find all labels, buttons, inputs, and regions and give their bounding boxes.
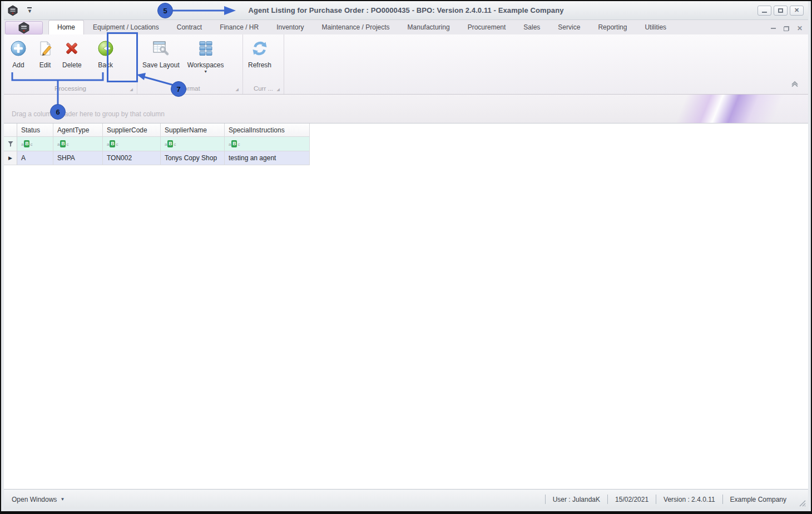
- status-user: User : JulandaK: [546, 496, 607, 503]
- column-header-status[interactable]: Status: [17, 123, 53, 137]
- add-button[interactable]: Add: [5, 37, 32, 70]
- grid-data-row[interactable]: ▶ A SHPA TON002 Tonys Copy Shop testing …: [4, 151, 808, 165]
- ribbon-group-processing: Add Edit: [4, 34, 137, 94]
- minimize-icon: [762, 12, 767, 13]
- dialog-launcher-icon[interactable]: ◢: [236, 87, 239, 91]
- current-buttons: Refresh: [244, 34, 283, 83]
- collapse-ribbon-button[interactable]: [790, 80, 799, 90]
- refresh-icon: [250, 39, 269, 58]
- tab-manufacturing[interactable]: Manufacturing: [399, 20, 459, 34]
- status-version: Version : 2.4.0.11: [656, 496, 722, 503]
- column-header-suppliername[interactable]: SupplierName: [161, 123, 225, 137]
- tab-reporting[interactable]: Reporting: [589, 20, 636, 34]
- column-header-specialinstructions[interactable]: SpecialInstructions: [225, 123, 310, 137]
- cell-suppliercode[interactable]: TON002: [103, 151, 161, 165]
- abc-filter-icon: aBc: [21, 140, 32, 147]
- grid-empty-area: [4, 165, 808, 489]
- window-frame: ▼ Agent Listing for Purchase Order : PO0…: [1, 1, 811, 511]
- ribbon-group-current: Refresh Curr ... ◢: [243, 34, 284, 94]
- workspaces-label: Workspaces: [187, 61, 224, 69]
- filter-cell-status[interactable]: aBc: [17, 137, 53, 151]
- refresh-button[interactable]: Refresh: [244, 37, 275, 70]
- add-label: Add: [12, 61, 24, 69]
- title-bar: ▼ Agent Listing for Purchase Order : PO0…: [4, 1, 808, 20]
- abc-filter-icon: aBc: [229, 140, 240, 147]
- cell-suppliername[interactable]: Tonys Copy Shop: [161, 151, 225, 165]
- column-header-suppliercode[interactable]: SupplierCode: [103, 123, 161, 137]
- back-icon: [96, 39, 115, 58]
- dialog-launcher-icon[interactable]: ◢: [130, 87, 133, 91]
- group-caption-current: Curr ... ◢: [244, 83, 283, 94]
- group-caption-format: Format ◢: [138, 83, 241, 94]
- edit-icon: [36, 39, 55, 58]
- filter-cell-agenttype[interactable]: aBc: [53, 137, 103, 151]
- ribbon-group-format: Save Layout: [137, 34, 243, 94]
- app-window: ▼ Agent Listing for Purchase Order : PO0…: [0, 0, 812, 514]
- tab-service[interactable]: Service: [549, 20, 589, 34]
- tab-procurement[interactable]: Procurement: [459, 20, 515, 34]
- grid-header-row: Status AgentType SupplierCode SupplierNa…: [4, 123, 808, 137]
- ribbon-tab-row: Home Equipment / Locations Contract Fina…: [4, 20, 808, 34]
- status-company: Example Company: [723, 496, 794, 503]
- open-windows-label: Open Windows: [12, 496, 57, 503]
- tab-contract[interactable]: Contract: [168, 20, 211, 34]
- maximize-icon: [778, 8, 783, 13]
- application-menu-button[interactable]: [5, 21, 43, 34]
- status-info: User : JulandaK 15/02/2021 Version : 2.4…: [545, 495, 794, 504]
- agent-grid: Status AgentType SupplierCode SupplierNa…: [4, 123, 808, 489]
- add-icon: [9, 39, 28, 58]
- tab-equipment-locations[interactable]: Equipment / Locations: [84, 20, 168, 34]
- cell-status[interactable]: A: [17, 151, 53, 165]
- format-buttons: Save Layout: [138, 34, 241, 83]
- edit-button[interactable]: Edit: [32, 37, 58, 70]
- delete-button[interactable]: Delete: [58, 37, 86, 70]
- filter-cell-specialinstructions[interactable]: aBc: [225, 137, 310, 151]
- filter-cell-suppliername[interactable]: aBc: [161, 137, 225, 151]
- delete-label: Delete: [62, 61, 82, 69]
- mdi-window-controls: ✕: [771, 26, 803, 34]
- tab-finance-hr[interactable]: Finance / HR: [211, 20, 268, 34]
- header-indicator-cell: [4, 123, 17, 137]
- grid-filter-row: aBc aBc aBc aBc aBc: [4, 137, 808, 151]
- tab-utilities[interactable]: Utilities: [636, 20, 675, 34]
- filter-funnel-icon: [7, 140, 14, 147]
- workspaces-icon: [196, 39, 215, 58]
- back-button[interactable]: Back: [92, 37, 119, 70]
- column-header-agenttype[interactable]: AgentType: [53, 123, 103, 137]
- resize-grip-icon[interactable]: [799, 500, 806, 507]
- workspaces-button[interactable]: Workspaces ▼: [184, 37, 228, 75]
- status-date: 15/02/2021: [608, 496, 656, 503]
- save-layout-label: Save Layout: [142, 61, 180, 69]
- tab-inventory[interactable]: Inventory: [268, 20, 313, 34]
- group-caption-label: Curr ...: [254, 85, 273, 92]
- cell-specialinstructions[interactable]: testing an agent: [225, 151, 310, 165]
- tab-maintenance-projects[interactable]: Maintenance / Projects: [313, 20, 399, 34]
- chevron-up-icon: [790, 81, 799, 87]
- tab-sales[interactable]: Sales: [514, 20, 549, 34]
- maximize-button[interactable]: [774, 6, 788, 16]
- group-caption-label: Processing: [55, 85, 86, 92]
- tab-home[interactable]: Home: [48, 20, 84, 34]
- open-windows-button[interactable]: Open Windows ▼: [12, 496, 65, 503]
- save-layout-button[interactable]: Save Layout: [138, 37, 184, 70]
- group-by-hint: Drag a column header here to group by th…: [12, 110, 165, 118]
- group-by-panel[interactable]: Drag a column header here to group by th…: [4, 95, 808, 123]
- window-controls: ✕: [757, 6, 804, 16]
- back-label: Back: [98, 61, 113, 69]
- mdi-minimize-icon[interactable]: [771, 28, 776, 29]
- abc-filter-icon: aBc: [165, 140, 176, 147]
- ribbon-tabs: Home Equipment / Locations Contract Fina…: [48, 20, 675, 34]
- app-logo-icon: [18, 22, 30, 34]
- mdi-close-icon[interactable]: ✕: [797, 26, 803, 31]
- cell-agenttype[interactable]: SHPA: [53, 151, 103, 165]
- minimize-button[interactable]: [757, 6, 771, 16]
- abc-filter-icon: aBc: [57, 140, 68, 147]
- filter-cell-suppliercode[interactable]: aBc: [103, 137, 161, 151]
- row-indicator-icon: ▶: [8, 155, 12, 161]
- edit-label: Edit: [39, 61, 51, 69]
- close-button[interactable]: ✕: [790, 6, 804, 16]
- dialog-launcher-icon[interactable]: ◢: [277, 87, 280, 91]
- status-bar: Open Windows ▼ User : JulandaK 15/02/202…: [4, 489, 808, 509]
- ribbon: Add Edit: [4, 34, 808, 95]
- mdi-restore-icon[interactable]: [784, 26, 789, 31]
